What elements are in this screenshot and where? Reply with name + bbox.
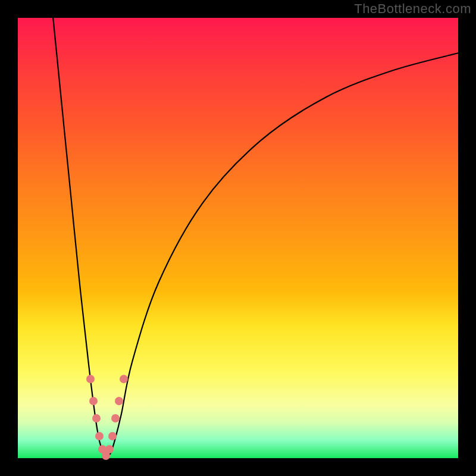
chart-frame <box>18 18 458 458</box>
watermark-text: TheBottleneck.com <box>354 1 471 17</box>
gradient-background <box>18 18 458 458</box>
